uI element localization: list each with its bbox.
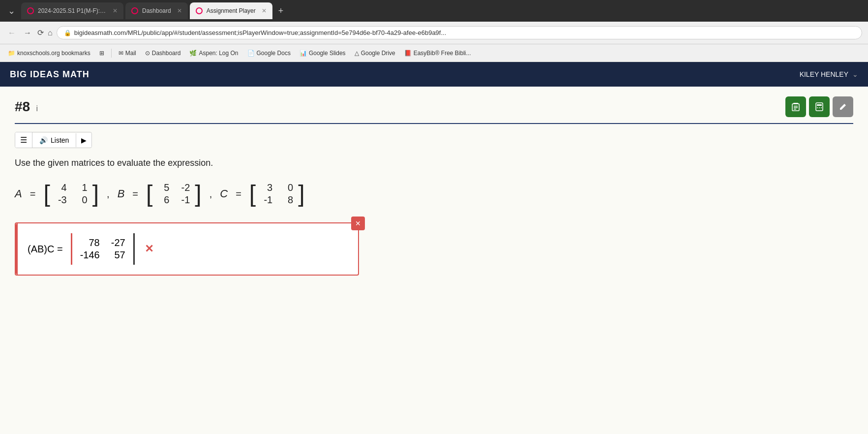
svg-rect-4 [794, 109, 796, 110]
bookmark-label-mail: Mail [125, 50, 136, 57]
bookmarks-bar: 📁 knoxschools.org bookmarks ⊞ ✉ Mail ⊙ D… [0, 44, 868, 62]
tab-close-3[interactable]: ✕ [262, 7, 267, 14]
question-number-group: #8 i [15, 99, 38, 115]
listen-bar: ☰ 🔊 Listen ▶ [15, 132, 92, 148]
speaker-icon: 🔊 [39, 136, 48, 144]
bookmark-knoxschools[interactable]: 📁 knoxschools.org bookmarks [4, 48, 94, 58]
matrix-c-content: 3 0 -1 8 [258, 180, 296, 208]
problem-text: Use the given matrices to evaluate the e… [15, 158, 853, 168]
bookmark-aspen[interactable]: 🌿 Aspen: Log On [185, 48, 242, 58]
new-tab-button[interactable]: + [274, 4, 288, 18]
bracket-right-a: ] [92, 182, 99, 206]
tool-button-2[interactable] [809, 96, 830, 117]
bookmark-grid[interactable]: ⊞ [95, 48, 108, 58]
close-answer-button[interactable]: ✕ [351, 217, 365, 230]
bookmark-google-docs[interactable]: 📄 Google Docs [243, 48, 295, 58]
bracket-left-c: [ [249, 182, 256, 206]
tool-button-1[interactable] [785, 96, 806, 117]
bookmark-icon-slides: 📊 [299, 50, 307, 57]
bookmark-easybib[interactable]: 📕 EasyBib® Free Bibli... [400, 48, 475, 58]
listen-play-button[interactable]: ▶ [76, 133, 91, 147]
answer-matrix-content: 78 -27 -146 57 [77, 235, 128, 263]
tab-favicon-1 [27, 7, 34, 14]
matrix-expression: A = [ 4 1 -3 0 ] , B = [ 5 -2 [15, 180, 853, 208]
bookmark-icon-aspen: 🌿 [189, 50, 197, 57]
user-menu[interactable]: KILEY HENLEY ⌄ [800, 70, 858, 78]
answer-left-bar [16, 223, 18, 275]
equals-c: = [236, 188, 241, 200]
comma-bc: , [210, 188, 212, 200]
answer-section: ✕ (AB)C = 78 -27 -146 57 ✕ [15, 222, 359, 276]
listen-label: Listen [51, 136, 69, 144]
question-divider [15, 123, 853, 124]
bookmark-label-slides: Google Slides [309, 50, 346, 57]
wrong-indicator: ✕ [145, 243, 153, 255]
home-button[interactable]: ⌂ [48, 29, 53, 37]
bookmark-label-dashboard: Dashboard [152, 50, 181, 57]
tab-dashboard[interactable]: Dashboard ✕ [125, 2, 188, 19]
tab-close-2[interactable]: ✕ [177, 7, 182, 14]
listen-menu-button[interactable]: ☰ [15, 132, 32, 148]
matrix-b-r1c2: -2 [178, 182, 190, 193]
app-header: BIG IDEAS MATH KILEY HENLEY ⌄ [0, 62, 868, 87]
svg-point-7 [817, 107, 818, 108]
url-bar[interactable]: 🔒 bigideasmath.com/MRL/public/app/#/stud… [57, 26, 862, 39]
clipboard-icon [791, 102, 801, 112]
refresh-button[interactable]: ⟳ [37, 28, 44, 37]
pencil-icon [838, 102, 848, 112]
matrix-a: [ 4 1 -3 0 ] [43, 180, 99, 208]
chevron-down-icon: ⌄ [852, 70, 858, 78]
bookmark-google-drive[interactable]: △ Google Drive [351, 48, 399, 58]
svg-rect-6 [817, 104, 822, 106]
equals-a: = [30, 188, 36, 200]
back-button[interactable]: ← [6, 27, 18, 39]
matrix-b-content: 5 -2 6 -1 [154, 180, 193, 208]
bracket-left-b: [ [146, 182, 152, 206]
tab-label-1: 2024-2025.S1 P1(M-F): ALGEB [38, 7, 107, 14]
svg-rect-3 [794, 107, 798, 108]
bookmark-label-docs: Google Docs [257, 50, 291, 57]
bracket-right-b: ] [195, 182, 201, 206]
bookmark-icon-mail: ✉ [119, 50, 123, 57]
bookmark-google-slides[interactable]: 📊 Google Slides [296, 48, 350, 58]
matrix-c-r2c1: -1 [261, 194, 272, 206]
forward-button[interactable]: → [22, 27, 33, 39]
answer-r2c2: 57 [108, 249, 125, 261]
listen-button[interactable]: 🔊 Listen [32, 133, 76, 147]
matrix-c-label: C [220, 187, 228, 200]
bookmark-icon-easybib: 📕 [404, 50, 412, 57]
bracket-right-c: ] [298, 182, 304, 206]
matrix-c-r1c2: 0 [281, 182, 293, 193]
tab-algebra[interactable]: 2024-2025.S1 P1(M-F): ALGEB ✕ [21, 2, 123, 19]
question-info-icon[interactable]: i [36, 104, 38, 113]
matrix-b-r2c2: -1 [178, 194, 190, 206]
bookmark-dashboard[interactable]: ⊙ Dashboard [141, 48, 185, 58]
bookmark-mail[interactable]: ✉ Mail [115, 48, 140, 58]
app-title: BIG IDEAS MATH [10, 69, 90, 80]
tab-assignment-player[interactable]: Assignment Player ✕ [190, 2, 272, 19]
bookmark-icon-1: 📁 [8, 50, 15, 57]
bookmark-label-drive: Google Drive [361, 50, 395, 57]
matrix-b-label: B [118, 187, 125, 200]
question-area: #8 i ☰ 🔊 Listen ▶ [0, 87, 868, 434]
matrix-a-r1c2: 1 [76, 182, 88, 193]
answer-r2c1: -146 [80, 249, 100, 261]
tab-bar: ⌄ 2024-2025.S1 P1(M-F): ALGEB ✕ Dashboar… [0, 0, 868, 22]
tab-list-dropdown[interactable]: ⌄ [4, 3, 19, 18]
answer-expression: (AB)C = 78 -27 -146 57 ✕ [28, 233, 346, 265]
tab-label-2: Dashboard [142, 7, 171, 14]
url-text: bigideasmath.com/MRL/public/app/#/studen… [74, 29, 855, 36]
calculator-icon [814, 102, 824, 112]
tab-close-1[interactable]: ✕ [113, 7, 118, 14]
bookmark-label-1: knoxschools.org bookmarks [17, 50, 90, 57]
answer-r1c1: 78 [80, 237, 100, 248]
svg-point-8 [819, 107, 820, 108]
tab-favicon-2 [131, 7, 138, 14]
tool-button-3[interactable] [833, 96, 853, 117]
matrix-a-r2c1: -3 [55, 194, 67, 206]
answer-label: (AB)C = [28, 244, 63, 255]
matrix-c-r2c2: 8 [281, 194, 293, 206]
matrix-b-r2c1: 6 [157, 194, 169, 206]
address-bar: ← → ⟳ ⌂ 🔒 bigideasmath.com/MRL/public/ap… [0, 22, 868, 44]
bookmark-icon-drive: △ [355, 50, 359, 57]
